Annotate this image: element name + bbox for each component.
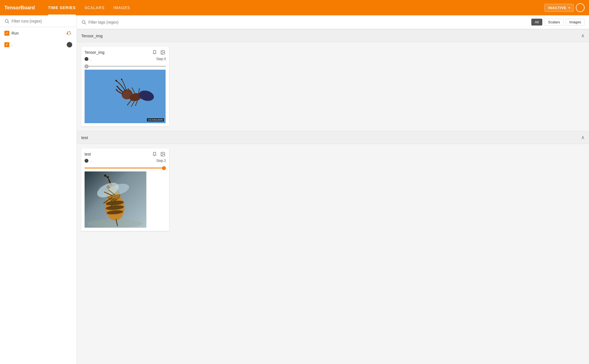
filter-tab-all[interactable]: All (531, 19, 542, 26)
card-title-test: test (85, 152, 91, 156)
card-slider-container-test (81, 164, 169, 171)
filter-search-icon (81, 20, 86, 25)
filter-runs-input[interactable] (12, 19, 72, 23)
card-image-area-test (81, 171, 169, 231)
svg-point-13 (162, 51, 162, 52)
palette-icon-run[interactable] (66, 30, 72, 36)
nav-images[interactable]: IMAGES (109, 0, 135, 15)
image-card-tensor-img: Tensor_img (81, 47, 169, 126)
step-slider-tensor-img[interactable] (85, 66, 166, 67)
svg-point-40 (104, 174, 106, 177)
sidebar: ✓ Run ✓ (0, 15, 77, 364)
sidebar-search-bar (0, 15, 77, 27)
image-card-test: test (81, 148, 169, 231)
pin-icon-test (152, 152, 157, 157)
run-label-run: Run (12, 31, 63, 35)
card-run-name-test: . (91, 159, 91, 163)
pin-button-tensor-img[interactable] (152, 49, 158, 55)
card-run-dot-test (85, 159, 88, 163)
collapse-icon-test: ∧ (581, 134, 585, 140)
cards-area-tensor-img: Tensor_img (77, 42, 589, 131)
card-run-info-tensor-img: . Step 0 (81, 57, 169, 62)
card-actions-tensor-img (152, 49, 166, 55)
run-checkbox-dot[interactable]: ✓ (4, 42, 9, 47)
run-item-run[interactable]: ✓ Run (0, 27, 77, 39)
bee-svg (85, 171, 146, 228)
svg-point-30 (88, 219, 143, 228)
filter-bar: All Scalars Images (77, 15, 589, 29)
main-layout: ✓ Run ✓ (0, 15, 589, 364)
card-slider-container-tensor-img (81, 62, 169, 70)
nav-scalars[interactable]: SCALARS (80, 0, 109, 15)
card-run-dot-tensor-img (85, 57, 88, 61)
card-step-tensor-img: Step 0 (156, 57, 166, 61)
runs-list: ✓ Run ✓ (0, 27, 77, 364)
card-run-info-test: . Step 2 (81, 159, 169, 164)
filter-tags-input[interactable] (88, 20, 527, 24)
svg-point-8 (68, 32, 70, 34)
status-button[interactable]: INACTIVE ▾ (545, 4, 574, 12)
svg-line-10 (85, 23, 86, 24)
card-title-tensor-img: Tensor_img (85, 50, 104, 55)
nav-time-series[interactable]: TIME SERIES (44, 0, 80, 15)
card-header-tensor-img: Tensor_img (81, 47, 169, 57)
section-header-tensor-img[interactable]: Tensor_img ∧ (77, 29, 589, 42)
bee-image (85, 171, 146, 228)
card-header-test: test (81, 148, 169, 159)
app-logo: TensorBoard (4, 5, 35, 11)
expand-button-tensor-img[interactable] (160, 49, 166, 55)
run-item-dot[interactable]: ✓ . (0, 39, 77, 50)
filter-tab-images[interactable]: Images (566, 19, 585, 26)
chevron-down-icon: ▾ (568, 6, 570, 9)
run-checkbox-run[interactable]: ✓ (4, 31, 9, 36)
section-header-test[interactable]: test ∧ (77, 131, 589, 144)
card-run-name-tensor-img: . (91, 57, 91, 61)
svg-point-9 (82, 21, 85, 24)
filter-search (81, 20, 527, 25)
svg-point-0 (5, 19, 8, 22)
run-label-dot: . (12, 43, 65, 47)
svg-point-25 (121, 79, 122, 80)
image-expand-icon (160, 50, 165, 55)
collapse-icon-tensor-img: ∧ (581, 33, 585, 39)
search-icon (4, 19, 9, 24)
header-right: INACTIVE ▾ (545, 3, 585, 12)
step-slider-test[interactable] (85, 168, 166, 168)
svg-line-1 (8, 22, 9, 23)
card-actions-test (152, 151, 166, 157)
pin-button-test[interactable] (152, 151, 158, 157)
expand-button-test[interactable] (160, 151, 166, 157)
pin-icon (152, 50, 157, 55)
svg-point-28 (162, 153, 162, 154)
section-title-test: test (81, 135, 88, 140)
filter-tabs: All Scalars Images (531, 19, 585, 26)
user-avatar[interactable] (576, 3, 585, 12)
svg-point-24 (115, 80, 117, 81)
main-content: All Scalars Images Tensor_img ∧ Tensor_i… (77, 15, 589, 364)
cards-area-test: test (77, 144, 589, 235)
card-image-area-tensor-img: UCA0013035 (81, 70, 169, 126)
ant-image-label: UCA0013035 (147, 118, 164, 122)
main-nav: TIME SERIES SCALARS IMAGES (44, 0, 545, 15)
svg-point-41 (107, 176, 109, 178)
ant-image: UCA0013035 (85, 70, 166, 123)
section-title-tensor-img: Tensor_img (81, 33, 103, 38)
app-header: TensorBoard TIME SERIES SCALARS IMAGES I… (0, 0, 589, 15)
card-step-test: Step 2 (156, 159, 166, 163)
image-expand-icon-test (160, 152, 165, 157)
run-color-dot (67, 42, 72, 47)
ant-svg (85, 70, 166, 123)
filter-tab-scalars[interactable]: Scalars (545, 19, 563, 26)
